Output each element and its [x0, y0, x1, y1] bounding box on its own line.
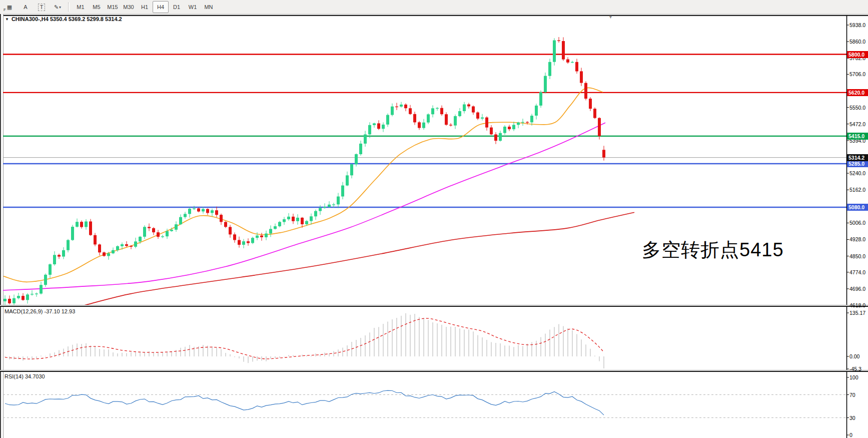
- main-macd-divider[interactable]: [0, 305, 868, 307]
- rsi-tick-label: 30: [849, 415, 855, 421]
- rsi-tick-label: 0: [849, 432, 852, 438]
- price-tick-label: 5550.0: [849, 105, 865, 111]
- macd-indicator-label: MACD(12,26,9) -37.10 12.93: [5, 308, 75, 314]
- hline-price-label: 5620.0: [847, 89, 868, 96]
- price-tick-label: 4774.0: [849, 269, 865, 275]
- price-tick-label: 5706.0: [849, 71, 865, 77]
- chart-canvas[interactable]: [0, 0, 868, 438]
- price-tick-label: 4618.0: [849, 302, 865, 308]
- hline-price-label: 5080.0: [847, 204, 868, 211]
- hline-price-label: 5415.0: [847, 133, 868, 140]
- macd-tick-label: -45.3: [849, 366, 861, 372]
- price-tick-label: 4850.0: [849, 253, 865, 259]
- hline-price-label: 5800.0: [847, 51, 868, 58]
- price-tick-label: 5162.0: [849, 187, 865, 193]
- chart-shift-marker-icon[interactable]: ▼: [608, 15, 613, 20]
- chart-title: ▼ CHINA300-,H4 5350.4 5369.2 5299.8 5314…: [5, 16, 122, 22]
- macd-tick-label: 0.00: [849, 353, 859, 359]
- rsi-tick-label: 70: [849, 392, 855, 398]
- price-tick-label: 5938.0: [849, 22, 865, 28]
- hline-price-label: 5285.0: [847, 160, 868, 167]
- trading-platform-window: ▦FAT✎▾M1M5M15M30H1H4D1W1MN ▼ CHINA300-,H…: [0, 0, 868, 438]
- symbol-dropdown-icon[interactable]: ▼: [5, 17, 9, 22]
- price-tick-label: 4928.0: [849, 236, 865, 242]
- price-tick-label: 5240.0: [849, 170, 865, 176]
- price-tick-label: 5472.0: [849, 121, 865, 127]
- annotation-text: 多空转折点5415: [642, 237, 784, 263]
- price-tick-label: 5860.0: [849, 39, 865, 45]
- symbol-ohlc-text: CHINA300-,H4 5350.4 5369.2 5299.8 5314.2: [12, 16, 122, 22]
- macd-tick-label: 135.17: [849, 310, 865, 316]
- rsi-tick-label: 100: [849, 374, 858, 380]
- price-tick-label: 5006.0: [849, 220, 865, 226]
- rsi-indicator-label: RSI(14) 34.7030: [5, 373, 45, 379]
- macd-rsi-divider[interactable]: [0, 370, 868, 372]
- price-tick-label: 4696.0: [849, 286, 865, 292]
- current-price-label: 5314.2: [847, 154, 868, 161]
